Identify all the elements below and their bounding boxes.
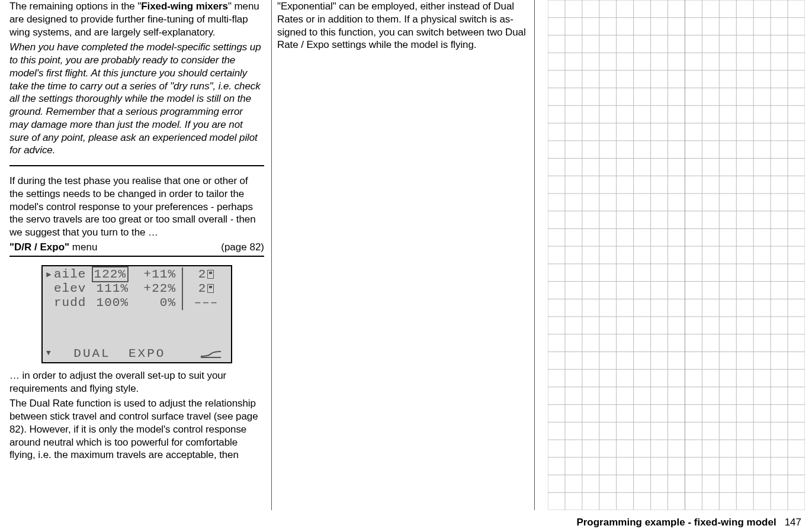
menu-page-ref: (page 82): [221, 241, 264, 253]
expo-curve-icon: [182, 350, 227, 358]
menu-heading-row: "D/R / Expo" menu (page 82): [9, 241, 264, 257]
nav-down-icon: ▼: [46, 349, 58, 358]
lcd-footer-dual: DUAL: [58, 347, 126, 361]
switch-icon: [207, 284, 214, 293]
paragraph-test-phase: If during the test phase you realise tha…: [9, 175, 264, 239]
lcd-channel-name: rudd: [54, 296, 87, 310]
switch-icon: [207, 270, 214, 279]
lcd-row: ▶aile122%+11%2: [43, 267, 231, 282]
lcd-dual-value: 100%: [87, 296, 131, 310]
section-divider: [9, 165, 264, 166]
page: The remaining options in the "Fixed-wing…: [0, 0, 812, 532]
paragraph-exponential: "Exponential" can be employed, either in…: [277, 0, 529, 51]
paragraph-adjust: … in order to adjust the overall set-up …: [9, 369, 264, 395]
notes-grid: [548, 0, 805, 510]
lcd-expo-value: +22%: [131, 282, 182, 296]
bold-menu-name: Fixed-wing mixers: [141, 1, 228, 12]
text: The remaining options in the ": [9, 1, 141, 12]
lcd-switch: 2: [183, 267, 229, 282]
cursor-icon: ▶: [44, 270, 54, 279]
page-footer: Programming example - fixed-wing model 1…: [576, 517, 801, 528]
lcd-dual-value: 111%: [87, 282, 131, 296]
lcd-row: elev111%+22%2: [43, 282, 231, 296]
lcd-switch: –––: [183, 296, 229, 310]
menu-label: "D/R / Expo" menu: [9, 241, 97, 253]
paragraph-fixed-wing: The remaining options in the "Fixed-wing…: [9, 0, 264, 38]
lcd-footer: ▼ DUAL EXPO: [43, 346, 231, 362]
lcd-channel-name: aile: [54, 267, 87, 282]
lcd-dual-value: 122%: [87, 267, 131, 282]
lcd-footer-expo: EXPO: [126, 347, 182, 361]
column-divider-2: [534, 0, 535, 510]
menu-name-bold: "D/R / Expo": [9, 241, 69, 253]
lcd-screen: ▶aile122%+11%2elev111%+22%2rudd100%0%–––…: [41, 265, 232, 363]
menu-name-rest: menu: [69, 241, 97, 253]
column-2: "Exponential" can be employed, either in…: [277, 0, 529, 54]
paragraph-dual-rate: The Dual Rate function is used to adjust…: [9, 397, 264, 462]
lcd-switch: 2: [183, 282, 229, 296]
page-number: 147: [785, 517, 801, 528]
footer-title: Programming example - fixed-wing model: [576, 517, 776, 528]
lcd-inner: ▶aile122%+11%2elev111%+22%2rudd100%0%–––…: [43, 266, 231, 362]
lcd-expo-value: +11%: [131, 267, 182, 282]
paragraph-first-flight: When you have completed the model-specif…: [9, 41, 264, 157]
column-divider-1: [271, 0, 272, 510]
column-1: The remaining options in the "Fixed-wing…: [9, 0, 264, 464]
lcd-channel-name: elev: [54, 282, 87, 296]
lcd-row: rudd100%0%–––: [43, 296, 231, 310]
lcd-expo-value: 0%: [131, 296, 182, 310]
